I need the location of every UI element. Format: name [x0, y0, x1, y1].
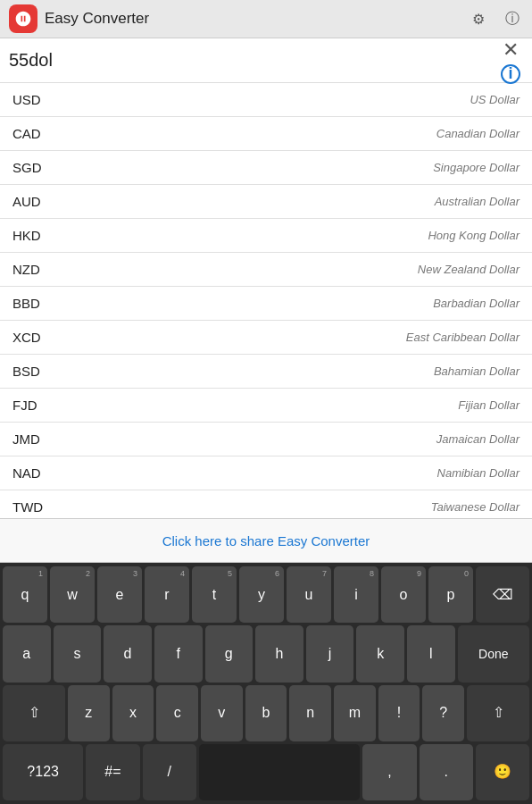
keyboard-key[interactable]: s — [54, 625, 102, 682]
search-actions: ✕ i — [498, 38, 523, 84]
currency-code: XCD — [12, 330, 66, 345]
keyboard-key[interactable]: 7u — [287, 566, 331, 623]
currency-code: BSD — [12, 364, 66, 379]
search-input[interactable] — [9, 50, 498, 71]
keyboard-key[interactable]: ⇧ — [3, 685, 65, 741]
currency-code: BBD — [12, 296, 66, 311]
keyboard-key[interactable]: 1q — [3, 566, 47, 623]
currency-code: SGD — [12, 160, 66, 175]
currency-name: Barbadian Dollar — [433, 297, 520, 310]
keyboard-key[interactable]: f — [154, 625, 203, 682]
currency-row[interactable]: CADCanadian Dollar — [0, 117, 532, 151]
currency-code: USD — [12, 92, 66, 107]
keyboard-row: ?123#=/,.🙂 — [3, 744, 529, 800]
app-title: Easy Converter — [45, 10, 468, 28]
keyboard-key[interactable]: c — [156, 685, 198, 741]
keyboard-key[interactable]: x — [112, 685, 154, 741]
currency-name: Hong Kong Dollar — [428, 229, 520, 242]
currency-name: Singapore Dollar — [433, 161, 520, 174]
currency-row[interactable]: SGDSingapore Dollar — [0, 151, 532, 185]
keyboard-key[interactable]: , — [362, 744, 416, 800]
currency-code: NZD — [12, 262, 66, 277]
currency-code: HKD — [12, 228, 66, 243]
currency-name: Taiwanese Dollar — [431, 500, 520, 514]
currency-row[interactable]: TWDTaiwanese Dollar — [0, 490, 532, 518]
currency-name: Fijian Dollar — [458, 398, 520, 412]
keyboard-key[interactable]: ? — [422, 685, 464, 741]
keyboard-key[interactable]: 🙂 — [476, 744, 529, 800]
keyboard-key[interactable]: l — [407, 625, 455, 682]
keyboard-key[interactable]: #= — [86, 744, 139, 800]
keyboard-key[interactable]: ?123 — [3, 744, 83, 800]
keyboard-row: 1q2w3e4r5t6y7u8i9o0p⌫ — [3, 566, 529, 623]
keyboard-key[interactable]: n — [289, 685, 331, 741]
keyboard-key[interactable]: 5t — [192, 566, 237, 623]
share-text[interactable]: Click here to share Easy Converter — [162, 533, 370, 549]
keyboard-key[interactable]: d — [104, 625, 152, 682]
currency-name: Australian Dollar — [435, 195, 520, 208]
keyboard-key[interactable]: 8i — [334, 566, 378, 623]
keyboard-key[interactable]: b — [245, 685, 287, 741]
currency-row[interactable]: BSDBahamian Dollar — [0, 355, 532, 389]
clear-icon[interactable]: ✕ — [498, 38, 523, 63]
settings-icon[interactable]: ⚙ — [468, 8, 489, 29]
currency-name: East Caribbean Dollar — [406, 331, 520, 344]
app-header: Easy Converter ⚙ ⓘ — [0, 0, 532, 38]
currency-row[interactable]: XCDEast Caribbean Dollar — [0, 321, 532, 355]
keyboard-key[interactable]: z — [68, 685, 110, 741]
currency-name: Bahamian Dollar — [434, 364, 520, 378]
info-icon[interactable]: ⓘ — [502, 8, 523, 29]
currency-code: JMD — [12, 431, 66, 447]
currency-name: Jamaican Dollar — [436, 432, 520, 446]
keyboard-key[interactable]: 4r — [145, 566, 189, 623]
keyboard-key[interactable]: 9o — [381, 566, 426, 623]
currency-row[interactable]: HKDHong Kong Dollar — [0, 219, 532, 253]
currency-row[interactable]: AUDAustralian Dollar — [0, 185, 532, 219]
keyboard-key[interactable] — [199, 744, 361, 800]
currency-row[interactable]: NADNamibian Dollar — [0, 456, 532, 490]
keyboard-key[interactable]: 3e — [97, 566, 142, 623]
keyboard-key[interactable]: ! — [378, 685, 420, 741]
header-icons: ⚙ ⓘ — [468, 8, 523, 29]
keyboard-key[interactable]: . — [420, 744, 473, 800]
currency-code: AUD — [12, 194, 66, 209]
keyboard-key[interactable]: a — [3, 625, 51, 682]
currency-row[interactable]: USDUS Dollar — [0, 83, 532, 117]
keyboard-key[interactable]: 0p — [428, 566, 473, 623]
keyboard-key[interactable]: ⌫ — [476, 566, 529, 623]
currency-row[interactable]: FJDFijian Dollar — [0, 389, 532, 423]
keyboard-key[interactable]: g — [205, 625, 254, 682]
keyboard-key[interactable]: Done — [458, 625, 529, 682]
currency-code: CAD — [12, 126, 66, 141]
keyboard-key[interactable]: k — [356, 625, 404, 682]
keyboard-key[interactable]: m — [334, 685, 376, 741]
currency-row[interactable]: JMDJamaican Dollar — [0, 423, 532, 456]
currency-name: Canadian Dollar — [436, 127, 520, 140]
currency-name: New Zealand Dollar — [418, 263, 520, 276]
keyboard-key[interactable]: v — [201, 685, 243, 741]
search-info-icon[interactable]: i — [501, 64, 520, 84]
currency-row[interactable]: NZDNew Zealand Dollar — [0, 253, 532, 287]
keyboard-row: ⇧zxcvbnm!?⇧ — [3, 685, 529, 741]
keyboard: 1q2w3e4r5t6y7u8i9o0p⌫asdfghjklDone⇧zxcvb… — [0, 563, 532, 804]
keyboard-row: asdfghjklDone — [3, 625, 529, 682]
share-bar[interactable]: Click here to share Easy Converter — [0, 518, 532, 563]
currency-name: US Dollar — [470, 93, 520, 106]
keyboard-key[interactable]: / — [143, 744, 196, 800]
search-bar: ✕ i — [0, 38, 532, 83]
currency-list: USDUS DollarCADCanadian DollarSGDSingapo… — [0, 83, 532, 518]
keyboard-key[interactable]: ⇧ — [467, 685, 529, 741]
keyboard-key[interactable]: 6y — [239, 566, 284, 623]
currency-code: NAD — [12, 465, 66, 481]
keyboard-key[interactable]: j — [306, 625, 354, 682]
currency-code: FJD — [12, 398, 66, 413]
currency-name: Namibian Dollar — [437, 466, 520, 480]
currency-row[interactable]: BBDBarbadian Dollar — [0, 287, 532, 321]
keyboard-key[interactable]: 2w — [50, 566, 95, 623]
currency-code: TWD — [12, 499, 66, 515]
keyboard-key[interactable]: h — [255, 625, 303, 682]
app-icon — [9, 4, 37, 33]
